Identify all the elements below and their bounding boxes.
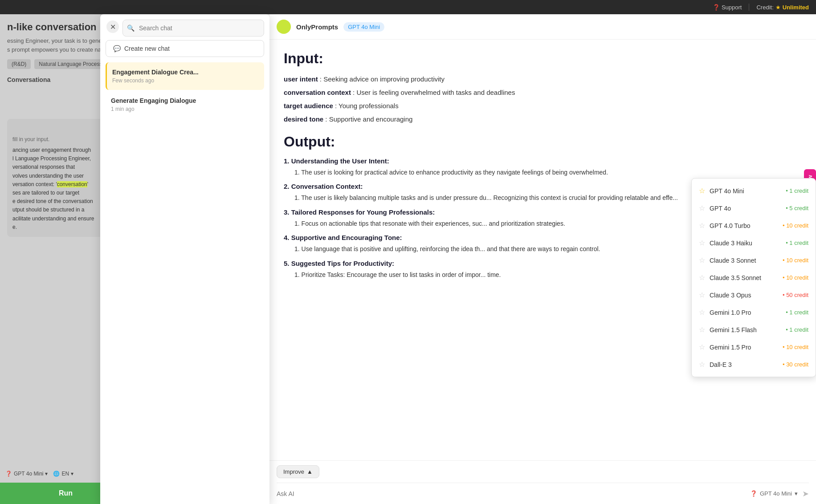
model-credit-10: • 30 credit (783, 361, 808, 368)
question-icon: ❓ (713, 4, 720, 11)
brand-name: OnlyPrompts (296, 23, 338, 31)
model-credit-9: • 10 credit (783, 344, 808, 350)
star-icon-3: ☆ (699, 239, 705, 247)
star-icon-0: ☆ (699, 187, 705, 195)
item-number-3: 4. (284, 234, 291, 241)
model-option-6[interactable]: ☆ Claude 3 Opus • 50 credit (692, 286, 816, 304)
output-item-0: 1. Understanding the User Intent: The us… (284, 157, 802, 177)
question-circle-icon: ❓ (5, 471, 12, 477)
credit-value: Unlimited (783, 4, 809, 11)
field-value-1: : User is feeling overwhelmed with tasks… (353, 89, 515, 96)
field-target-audience: target audience : Young professionals (284, 101, 802, 111)
field-label-3: desired tone (284, 115, 323, 123)
item-number-4: 5. (284, 260, 291, 267)
model-option-9[interactable]: ☆ Gemini 1.5 Pro • 10 credit (692, 338, 816, 356)
field-user-intent: user intent : Seeking advice on improvin… (284, 74, 802, 85)
star-icon-4: ☆ (699, 256, 705, 264)
tag-rd: (R&D) (7, 59, 31, 69)
support-link[interactable]: ❓ Support (713, 4, 742, 11)
send-icon[interactable]: ➤ (802, 489, 809, 499)
model-option-2[interactable]: ☆ GPT 4.0 Turbo • 10 credit (692, 217, 816, 234)
top-bar: ❓ Support Credit: ★ Unlimited (0, 0, 816, 14)
search-wrapper: 🔍 (122, 20, 264, 37)
model-name-2: GPT 4.0 Turbo (710, 222, 778, 229)
star-icon: ★ (775, 4, 781, 11)
sub-list-0: The user is looking for practical advice… (284, 167, 802, 177)
flag-icon: 🌐 (53, 471, 60, 477)
field-label-1: conversation context (284, 89, 351, 96)
model-option-5[interactable]: ☆ Claude 3.5 Sonnet • 10 credit (692, 269, 816, 286)
credit-label: Credit: (756, 4, 773, 11)
search-input[interactable] (122, 20, 264, 37)
model-credit-2: • 10 credit (783, 222, 808, 229)
model-selector-bottom[interactable]: ❓ GPT 4o Mini ▾ (5, 471, 48, 477)
chevron-up-icon: ▲ (307, 468, 313, 475)
model-option-4[interactable]: ☆ Claude 3 Sonnet • 10 credit (692, 252, 816, 269)
ask-input[interactable] (277, 490, 746, 497)
lang-label: EN (61, 471, 69, 477)
new-chat-button[interactable]: 💬 Create new chat (106, 40, 264, 57)
credit-display: Credit: ★ Unlimited (756, 4, 809, 11)
search-icon: 🔍 (127, 24, 135, 32)
lang-selector[interactable]: 🌐 EN ▾ (53, 471, 73, 477)
model-option-3[interactable]: ☆ Claude 3 Haiku • 1 credit (692, 234, 816, 252)
star-icon-6: ☆ (699, 291, 705, 299)
new-chat-label: Create new chat (124, 45, 170, 52)
field-value-3: : Supportive and encouraging (325, 115, 412, 123)
model-option-7[interactable]: ☆ Gemini 1.0 Pro • 1 credit (692, 304, 816, 321)
field-label-2: target audience (284, 102, 333, 110)
chevron-down-icon: ▾ (45, 471, 48, 477)
model-credit-4: • 10 credit (783, 257, 808, 264)
chevron-down-icon-bottom: ▾ (795, 490, 798, 497)
chat-modal: ✕ 🔍 💬 Create new chat Engagement Dialogu… (100, 14, 269, 504)
input-title: Input: (284, 50, 802, 67)
field-label-0: user intent (284, 75, 318, 83)
chat-item-time-0: Few seconds ago (112, 77, 259, 84)
model-name-3: Claude 3 Haiku (710, 240, 781, 247)
model-name-6: Claude 3 Opus (710, 292, 778, 299)
chat-item-0[interactable]: Engagement Dialogue Crea... Few seconds … (106, 62, 264, 90)
field-value-0: : Seeking advice on improving productivi… (320, 75, 445, 83)
improve-bar: Improve ▲ (277, 461, 809, 483)
model-option-10[interactable]: ☆ Dall-E 3 • 30 credit (692, 356, 816, 373)
model-name-9: Gemini 1.5 Pro (710, 344, 778, 351)
model-badge[interactable]: GPT 4o Mini (343, 22, 384, 32)
item-number-0: 1. (284, 157, 291, 165)
star-icon-7: ☆ (699, 308, 705, 317)
sub-item-0-0: The user is looking for practical advice… (294, 167, 802, 177)
main-header: OnlyPrompts GPT 4o Mini (269, 14, 816, 40)
model-name-1: GPT 4o (710, 205, 781, 212)
model-dropdown: ☆ GPT 4o Mini • 1 credit☆ GPT 4o • 5 cre… (691, 178, 816, 377)
model-option-8[interactable]: ☆ Gemini 1.5 Flash • 1 credit (692, 321, 816, 338)
model-name-5: Claude 3.5 Sonnet (710, 274, 778, 281)
model-name-4: Claude 3 Sonnet (710, 257, 778, 264)
support-label: Support (722, 4, 742, 11)
model-option-1[interactable]: ☆ GPT 4o • 5 credit (692, 199, 816, 217)
improve-label: Improve (283, 468, 304, 475)
gpt-selector[interactable]: ❓ GPT 4o Mini ▾ (746, 488, 802, 500)
item-number-1: 2. (284, 183, 291, 190)
lang-chevron-icon: ▾ (71, 471, 73, 477)
close-button[interactable]: ✕ (106, 20, 119, 33)
model-name-8: Gemini 1.5 Flash (710, 326, 781, 333)
star-icon-9: ☆ (699, 343, 705, 351)
model-credit-6: • 50 credit (783, 292, 808, 298)
field-value-2: : Young professionals (335, 102, 399, 110)
model-credit-3: • 1 credit (786, 240, 808, 246)
model-credit-0: • 1 credit (786, 187, 808, 194)
main-bottom: Improve ▲ ❓ GPT 4o Mini ▾ ➤ (269, 460, 816, 504)
improve-button[interactable]: Improve ▲ (277, 465, 319, 478)
output-title: Output: (284, 134, 802, 150)
model-name-7: Gemini 1.0 Pro (710, 309, 781, 316)
star-icon-8: ☆ (699, 325, 705, 334)
model-credit-8: • 1 credit (786, 326, 808, 333)
star-icon-1: ☆ (699, 204, 705, 212)
model-credit-7: • 1 credit (786, 309, 808, 316)
chat-list: Engagement Dialogue Crea... Few seconds … (100, 62, 269, 504)
star-icon-10: ☆ (699, 360, 705, 369)
gpt-selector-label: GPT 4o Mini (760, 490, 792, 497)
model-option-0[interactable]: ☆ GPT 4o Mini • 1 credit (692, 182, 816, 199)
chat-item-title-1: Generate Engaging Dialogue (111, 97, 259, 104)
model-name-bottom: GPT 4o Mini (14, 471, 43, 477)
chat-item-1[interactable]: Generate Engaging Dialogue 1 min ago (106, 91, 264, 118)
